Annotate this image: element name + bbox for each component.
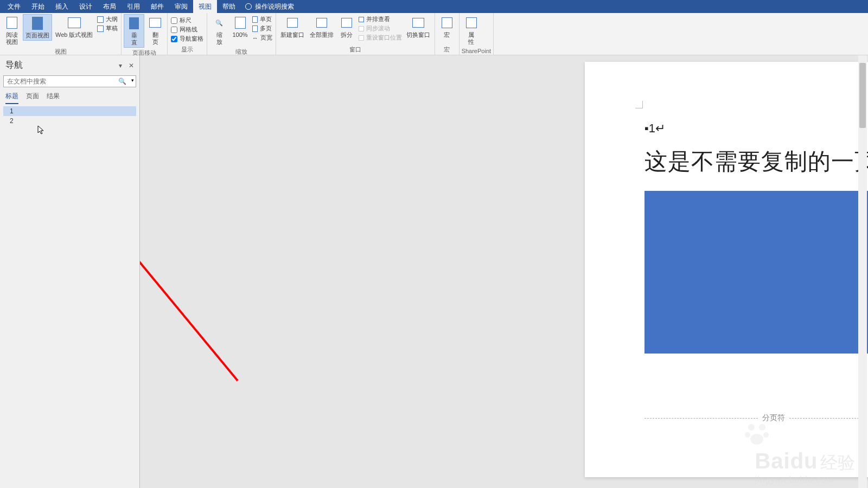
nav-pane-title: 导航: [5, 60, 23, 71]
tell-me-search[interactable]: 操作说明搜索: [245, 2, 294, 11]
draft-icon: [97, 25, 104, 32]
macros-label: 宏: [437, 44, 457, 55]
side-by-side-button[interactable]: 并排查看: [359, 15, 402, 23]
nav-headings-list: 1 2: [0, 106, 139, 126]
scrollbar-thumb[interactable]: [859, 63, 866, 128]
page-width-icon: ↔: [252, 35, 258, 41]
ribbon-group-page-movement: 垂 直 翻 页 页面移动: [122, 13, 168, 55]
split-button[interactable]: 拆分: [337, 14, 356, 40]
search-dropdown-icon[interactable]: ▾: [131, 78, 134, 83]
outline-icon: [97, 16, 104, 23]
svg-point-1: [748, 424, 755, 431]
menu-review[interactable]: 审阅: [169, 0, 193, 14]
zoom-100-button[interactable]: 100%: [230, 14, 250, 40]
cursor-icon: [37, 125, 45, 137]
menu-mailings[interactable]: 邮件: [145, 0, 169, 14]
properties-button[interactable]: 属 性: [462, 14, 481, 47]
sync-scroll-button[interactable]: 同步滚动: [359, 24, 402, 33]
outline-view-button[interactable]: 大纲: [97, 15, 118, 23]
svg-point-4: [763, 432, 769, 438]
ribbon-group-sharepoint: 属 性 SharePoint: [459, 13, 494, 55]
menu-insert[interactable]: 插入: [50, 0, 74, 14]
menubar: 文件 开始 插入 设计 布局 引用 邮件 审阅 视图 帮助 操作说明搜索: [0, 0, 868, 13]
nav-search: 🔍 ▾: [3, 75, 136, 87]
arrange-all-button[interactable]: 全部重排: [308, 14, 336, 40]
menu-layout[interactable]: 布局: [98, 0, 122, 14]
sync-scroll-icon: [359, 26, 364, 31]
main-area: 导航 ▾ ✕ 🔍 ▾ 标题 页面 结果 1 2: [0, 55, 868, 488]
new-window-button[interactable]: 新建窗口: [278, 14, 307, 40]
ruler-checkbox[interactable]: 标尺: [171, 16, 203, 24]
lightbulb-icon: [245, 3, 252, 10]
ribbon-group-zoom: 🔍 缩 放 100% 单页 多页 ↔页宽 缩放: [207, 13, 276, 55]
tell-me-label: 操作说明搜索: [255, 2, 294, 11]
navigation-pane: 导航 ▾ ✕ 🔍 ▾ 标题 页面 结果 1 2: [0, 55, 140, 488]
ribbon-group-show: 标尺 网格线 导航窗格 显示: [168, 13, 207, 55]
gridlines-checkbox[interactable]: 网格线: [171, 25, 203, 34]
side-to-side-button[interactable]: 翻 页: [145, 14, 165, 47]
reset-window-button[interactable]: 重设窗口位置: [359, 34, 402, 42]
nav-tab-headings[interactable]: 标题: [5, 92, 18, 104]
menu-view[interactable]: 视图: [193, 0, 217, 14]
zoom-button[interactable]: 🔍 缩 放: [209, 14, 229, 47]
one-page-icon: [252, 16, 258, 23]
svg-line-0: [140, 131, 238, 381]
switch-windows-button[interactable]: 切换窗口: [404, 14, 432, 40]
draft-view-button[interactable]: 草稿: [97, 24, 118, 33]
nav-heading-item[interactable]: 1: [3, 106, 136, 116]
side-by-side-icon: [359, 17, 364, 22]
nav-close-icon[interactable]: ✕: [129, 62, 134, 69]
multi-page-button[interactable]: 多页: [252, 24, 272, 33]
sharepoint-label: SharePoint: [462, 47, 491, 55]
heading-text[interactable]: 这是不需要复制的一页↵: [644, 146, 868, 177]
nav-heading-item[interactable]: 2: [3, 116, 136, 126]
nav-tab-results[interactable]: 结果: [47, 92, 60, 104]
heading-number[interactable]: ▪1↵: [644, 121, 868, 136]
one-page-button[interactable]: 单页: [252, 15, 272, 23]
pawprint-icon: [743, 421, 770, 450]
page-width-button[interactable]: ↔页宽: [252, 34, 272, 42]
svg-point-3: [745, 432, 750, 438]
document-page[interactable]: ▪1↵ 这是不需要复制的一页↵ ↵ ↵ 分页符 ↵: [585, 62, 868, 477]
nav-search-input[interactable]: [3, 75, 136, 87]
ribbon-group-views: 阅读 视图 页面视图 Web 版式视图 大纲 草稿 视图: [0, 13, 122, 55]
margin-mark-tl: [635, 101, 643, 108]
vertical-scrollbar[interactable]: [858, 55, 867, 488]
ribbon-group-window: 新建窗口 全部重排 拆分 并排查看 同步滚动 重设窗口位置 切换窗口 窗口: [276, 13, 435, 55]
print-layout-button[interactable]: 页面视图: [23, 14, 52, 41]
menu-design[interactable]: 设计: [74, 0, 98, 14]
ribbon: 阅读 视图 页面视图 Web 版式视图 大纲 草稿 视图 垂 直: [0, 13, 868, 55]
vertical-button[interactable]: 垂 直: [124, 14, 144, 48]
reset-window-icon: [359, 35, 364, 41]
blue-rectangle-shape[interactable]: [644, 191, 868, 354]
search-icon[interactable]: 🔍: [118, 78, 126, 85]
menu-home[interactable]: 开始: [26, 0, 50, 14]
multi-page-icon: [252, 25, 258, 32]
nav-dropdown-icon[interactable]: ▾: [119, 62, 122, 69]
ribbon-group-macros: 宏 宏: [435, 13, 459, 55]
svg-point-5: [750, 434, 763, 445]
nav-pane-checkbox[interactable]: 导航窗格: [171, 35, 203, 43]
magnifier-icon: 🔍: [212, 15, 227, 30]
nav-tab-pages[interactable]: 页面: [26, 92, 39, 104]
show-group-label: 显示: [170, 44, 205, 55]
reading-view-button[interactable]: 阅读 视图: [2, 14, 22, 47]
menu-references[interactable]: 引用: [122, 0, 145, 14]
macros-button[interactable]: 宏: [437, 14, 457, 40]
nav-tabs: 标题 页面 结果: [0, 92, 139, 106]
menu-file[interactable]: 文件: [2, 0, 26, 14]
svg-point-2: [759, 424, 765, 431]
window-group-label: 窗口: [278, 44, 432, 55]
web-layout-button[interactable]: Web 版式视图: [53, 14, 95, 40]
annotation-arrow: [140, 126, 243, 397]
menu-help[interactable]: 帮助: [217, 0, 241, 14]
